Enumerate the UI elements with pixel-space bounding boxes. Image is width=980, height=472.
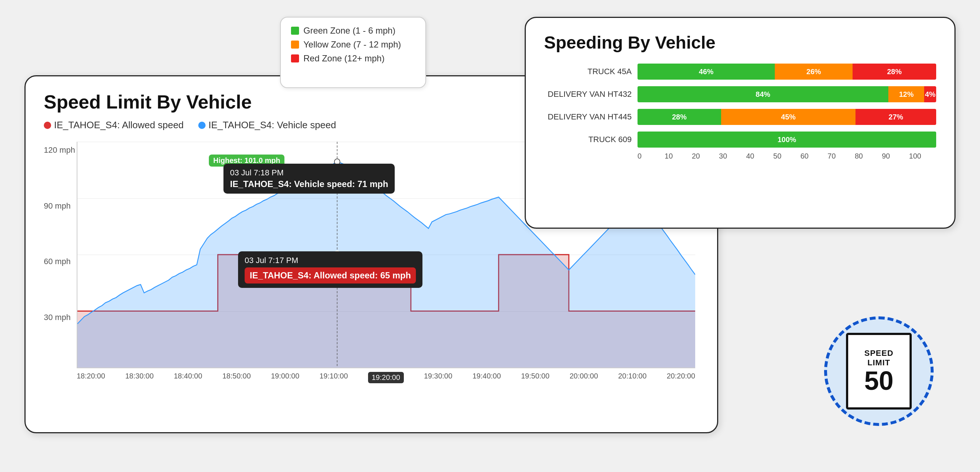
x-tick-80: 80 (855, 152, 882, 160)
speeding-card: Speeding By Vehicle TRUCK 45A 46% 26% 28… (525, 17, 956, 229)
x-label-9: 19:50:00 (521, 372, 549, 383)
x-label-6: 19:20:00 (368, 372, 404, 383)
vehicle-speed-dot (198, 122, 205, 129)
speed-limit-circle: SPEED LIMIT 50 (824, 316, 934, 426)
bar-chart: TRUCK 45A 46% 26% 28% DELIVERY VAN HT432… (544, 64, 936, 148)
bar-green-truck609: 100% (638, 132, 936, 148)
legend-red-item: Red Zone (12+ mph) (291, 53, 415, 64)
bar-red-ht445: 27% (856, 109, 936, 125)
x-tick-0: 0 (638, 152, 665, 160)
legend-yellow-item: Yellow Zone (7 - 12 mph) (291, 40, 415, 50)
speed-sign-line1: SPEED (864, 349, 894, 358)
x-tick-30: 30 (719, 152, 746, 160)
x-label-0: 18:20:00 (77, 372, 105, 383)
allowed-speed-legend-item: IE_TAHOE_S4: Allowed speed (44, 120, 184, 131)
x-label-2: 18:40:00 (174, 372, 202, 383)
x-label-12: 20:20:00 (667, 372, 695, 383)
x-tick-40: 40 (746, 152, 773, 160)
x-tick-10: 10 (665, 152, 692, 160)
legend-red-square (291, 54, 299, 62)
legend-red-label: Red Zone (12+ mph) (304, 53, 385, 64)
bar-green-ht432: 84% (638, 86, 888, 102)
y-label-120: 120 mph (44, 145, 75, 155)
x-label-4: 19:00:00 (271, 372, 299, 383)
tooltip-time-top: 03 Jul 7:18 PM (230, 168, 388, 177)
bar-green-ht445: 28% (638, 109, 721, 125)
legend-card: Green Zone (1 - 6 mph) Yellow Zone (7 - … (280, 17, 426, 88)
bar-red-truck45a: 28% (853, 64, 936, 80)
x-label-5: 19:10:00 (320, 372, 348, 383)
tooltip-time-bottom: 03 Jul 7:17 PM (245, 256, 416, 265)
x-label-3: 18:50:00 (222, 372, 251, 383)
bar-label-ht432: DELIVERY VAN HT432 (544, 89, 632, 99)
x-tick-20: 20 (692, 152, 719, 160)
bar-green-truck45a: 46% (638, 64, 775, 80)
bar-orange-ht432: 12% (888, 86, 924, 102)
x-tick-70: 70 (828, 152, 855, 160)
legend-green-label: Green Zone (1 - 6 mph) (304, 26, 395, 36)
bar-row-ht445: DELIVERY VAN HT445 28% 45% 27% (544, 109, 936, 125)
bar-label-truck45a: TRUCK 45A (544, 67, 632, 77)
x-tick-100: 100 (909, 152, 936, 160)
vehicle-speed-legend-label: IE_TAHOE_S4: Vehicle speed (208, 120, 336, 131)
x-label-10: 20:00:00 (570, 372, 598, 383)
bar-red-ht432: 4% (924, 86, 936, 102)
x-tick-50: 50 (773, 152, 800, 160)
speed-sign-top: SPEED LIMIT (864, 349, 894, 368)
y-label-90: 90 mph (44, 201, 75, 211)
x-axis-labels: 18:20:00 18:30:00 18:40:00 18:50:00 19:0… (77, 372, 695, 383)
x-tick-90: 90 (882, 152, 909, 160)
main-container: Speed Limit By Vehicle IE_TAHOE_S4: Allo… (24, 17, 956, 455)
tooltip-vehicle-speed-value: IE_TAHOE_S4: Vehicle speed: 71 mph (230, 179, 388, 189)
speeding-title: Speeding By Vehicle (544, 32, 936, 53)
allowed-speed-dot (44, 122, 51, 129)
bar-container-truck609: 100% (638, 132, 936, 148)
bar-row-truck609: TRUCK 609 100% (544, 132, 936, 148)
x-label-11: 20:10:00 (618, 372, 647, 383)
speed-limit-sign-container: SPEED LIMIT 50 (824, 316, 934, 426)
legend-yellow-label: Yellow Zone (7 - 12 mph) (304, 40, 401, 50)
tooltip-top: 03 Jul 7:18 PM IE_TAHOE_S4: Vehicle spee… (223, 164, 395, 194)
y-axis-labels: 120 mph 90 mph 60 mph 30 mph (44, 142, 75, 368)
bar-orange-truck45a: 26% (775, 64, 853, 80)
speed-sign-number: 50 (864, 368, 894, 394)
bar-container-ht445: 28% 45% 27% (638, 109, 936, 125)
speed-sign: SPEED LIMIT 50 (846, 333, 912, 410)
bar-x-axis: 0 10 20 30 40 50 60 70 80 90 100 (638, 152, 936, 160)
bar-container-truck45a: 46% 26% 28% (638, 64, 936, 80)
x-label-8: 19:40:00 (473, 372, 501, 383)
legend-green-item: Green Zone (1 - 6 mph) (291, 26, 415, 36)
bar-label-ht445: DELIVERY VAN HT445 (544, 112, 632, 122)
bar-row-truck45a: TRUCK 45A 46% 26% 28% (544, 64, 936, 80)
bar-row-ht432: DELIVERY VAN HT432 84% 12% 4% (544, 86, 936, 102)
tooltip-allowed-speed-value: IE_TAHOE_S4: Allowed speed: 65 mph (245, 268, 416, 284)
allowed-speed-legend-label: IE_TAHOE_S4: Allowed speed (54, 120, 184, 131)
y-label-60: 60 mph (44, 257, 75, 266)
legend-yellow-square (291, 41, 299, 49)
x-label-1: 18:30:00 (125, 372, 154, 383)
bar-orange-ht445: 45% (721, 109, 856, 125)
bar-label-truck609: TRUCK 609 (544, 135, 632, 144)
legend-green-square (291, 27, 299, 35)
y-label-30: 30 mph (44, 313, 75, 322)
tooltip-bottom-header: 03 Jul 7:17 PM IE_TAHOE_S4: Allowed spee… (238, 251, 422, 288)
vehicle-speed-legend-item: IE_TAHOE_S4: Vehicle speed (198, 120, 336, 131)
x-label-7: 19:30:00 (424, 372, 452, 383)
bar-container-ht432: 84% 12% 4% (638, 86, 936, 102)
x-tick-60: 60 (800, 152, 827, 160)
